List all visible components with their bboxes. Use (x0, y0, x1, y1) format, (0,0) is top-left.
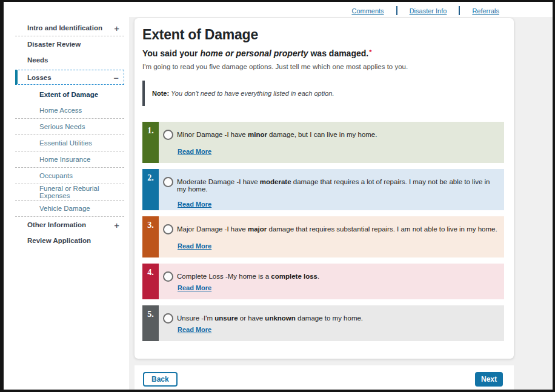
option-text: Moderate Damage -I have moderate damage … (177, 177, 498, 193)
option-choice-line: Major Damage -I have major damage that r… (163, 224, 498, 234)
sidebar-item-label: Intro and Identification (27, 24, 102, 32)
option-text: Major Damage -I have major damage that r… (177, 224, 497, 233)
next-button[interactable]: Next (475, 372, 503, 387)
question-subtitle: You said your home or personal property … (142, 48, 504, 58)
nav-link-disaster-info[interactable]: Disaster Info (410, 7, 447, 15)
option-content: Unsure -I'm unsure or have unknown damag… (159, 305, 504, 341)
sidebar-item-intro-and-identification[interactable]: Intro and Identification+ (15, 20, 124, 36)
sidebar-item-losses[interactable]: Losses− (15, 70, 124, 85)
sidebar-item-occupants[interactable]: Occupants (15, 168, 124, 184)
sidebar-item-home-insurance[interactable]: Home Insurance (15, 151, 124, 167)
sidebar-item-label: Funeral or Reburial Expenses (39, 185, 124, 199)
note-label: Note: (152, 90, 169, 97)
option-radio-button[interactable] (163, 271, 173, 282)
option-text: Complete Loss -My home is a complete los… (177, 271, 319, 280)
sidebar-item-needs[interactable]: Needs (15, 52, 124, 68)
sidebar-item-label: Extent of Damage (39, 91, 98, 98)
note-text: You don't need to have everything listed… (171, 90, 334, 97)
damage-option-5: 5.Unsure -I'm unsure or have unknown dam… (142, 305, 504, 341)
option-choice-line: Complete Loss -My home is a complete los… (163, 271, 498, 282)
option-choice-line: Unsure -I'm unsure or have unknown damag… (163, 313, 498, 324)
sidebar-item-disaster-review[interactable]: Disaster Review (15, 36, 124, 52)
collapse-icon[interactable]: − (113, 73, 119, 82)
nav-separator (396, 6, 397, 15)
option-number-badge: 4. (142, 264, 159, 299)
option-content: Complete Loss -My home is a complete los… (159, 264, 504, 299)
expand-icon[interactable]: + (114, 221, 119, 230)
option-number-badge: 5. (142, 305, 159, 341)
sidebar-item-label: Other Information (27, 221, 86, 228)
nav-link-comments[interactable]: Comments (351, 7, 384, 15)
required-asterisk: * (369, 48, 371, 56)
sidebar-nav: Intro and Identification+Disaster Review… (15, 20, 124, 248)
read-more-link[interactable]: Read More (178, 201, 211, 208)
subtitle-prefix: You said your (142, 48, 200, 58)
option-number-badge: 2. (142, 169, 159, 210)
option-content: Major Damage -I have major damage that r… (159, 216, 504, 257)
content-card: Extent of Damage You said your home or p… (135, 18, 514, 359)
option-choice-line: Moderate Damage -I have moderate damage … (163, 177, 498, 193)
sidebar-item-other-information[interactable]: Other Information+ (15, 217, 124, 233)
option-text: Minor Damage -I have minor damage, but I… (177, 130, 377, 138)
sidebar-item-vehicle-damage[interactable]: Vehicle Damage (15, 201, 124, 216)
nav-separator (459, 6, 460, 15)
damage-option-4: 4.Complete Loss -My home is a complete l… (142, 264, 504, 299)
sidebar-item-label: Home Insurance (39, 156, 90, 163)
sidebar-item-funeral-or-reburial-expenses[interactable]: Funeral or Reburial Expenses (15, 184, 124, 200)
sidebar-item-label: Losses (27, 74, 52, 81)
sidebar-item-essential-utilities[interactable]: Essential Utilities (15, 135, 124, 151)
sidebar-item-label: Disaster Review (27, 41, 81, 48)
sidebar-item-label: Needs (27, 56, 48, 64)
option-number-badge: 3. (142, 216, 159, 257)
top-nav: CommentsDisaster InfoReferrals (351, 6, 499, 15)
option-radio-button[interactable] (163, 130, 173, 140)
option-number: 1. (147, 126, 154, 135)
option-choice-line: Minor Damage -I have minor damage, but I… (163, 130, 498, 140)
subtitle-suffix: was damaged. (308, 48, 369, 58)
sidebar-item-label: Serious Needs (39, 123, 85, 130)
subtitle-italic: home or personal property (200, 48, 308, 58)
note-box: Note:You don't need to have everything l… (142, 81, 504, 106)
option-radio-button[interactable] (163, 177, 173, 187)
sidebar-item-review-application[interactable]: Review Application (15, 233, 124, 248)
option-number: 4. (147, 268, 154, 277)
option-content: Minor Damage -I have minor damage, but I… (159, 122, 504, 163)
app-window: CommentsDisaster InfoReferrals Intro and… (0, 0, 555, 392)
option-number: 3. (147, 221, 154, 230)
option-text: Unsure -I'm unsure or have unknown damag… (177, 313, 363, 322)
option-number: 5. (147, 310, 154, 319)
sidebar-item-label: Vehicle Damage (39, 205, 90, 212)
option-content: Moderate Damage -I have moderate damage … (159, 169, 504, 210)
read-more-link[interactable]: Read More (178, 284, 211, 291)
damage-options-list: 1.Minor Damage -I have minor damage, but… (142, 122, 504, 341)
intro-text: I'm going to read you five damage option… (142, 63, 504, 70)
option-number-badge: 1. (142, 122, 159, 163)
option-radio-button[interactable] (163, 313, 173, 324)
sidebar-item-extent-of-damage[interactable]: Extent of Damage (15, 87, 124, 102)
sidebar-item-label: Home Access (39, 107, 82, 114)
read-more-link[interactable]: Read More (178, 326, 211, 333)
read-more-link[interactable]: Read More (178, 242, 211, 250)
sidebar-item-label: Occupants (39, 172, 73, 179)
option-number: 2. (147, 173, 154, 182)
back-button[interactable]: Back (143, 372, 178, 387)
nav-link-referrals[interactable]: Referrals (472, 7, 499, 15)
damage-option-1: 1.Minor Damage -I have minor damage, but… (142, 122, 504, 163)
footer-bar: Back Next (135, 365, 514, 390)
sidebar-item-label: Essential Utilities (39, 139, 92, 147)
damage-option-2: 2.Moderate Damage -I have moderate damag… (142, 169, 504, 210)
page-title: Extent of Damage (142, 27, 504, 43)
expand-icon[interactable]: + (114, 24, 119, 33)
damage-option-3: 3.Major Damage -I have major damage that… (142, 216, 504, 257)
sidebar-item-label: Review Application (27, 237, 91, 244)
read-more-link[interactable]: Read More (178, 148, 211, 155)
sidebar-item-serious-needs[interactable]: Serious Needs (15, 119, 124, 135)
sidebar-item-home-access[interactable]: Home Access (15, 102, 124, 118)
option-radio-button[interactable] (163, 224, 173, 234)
